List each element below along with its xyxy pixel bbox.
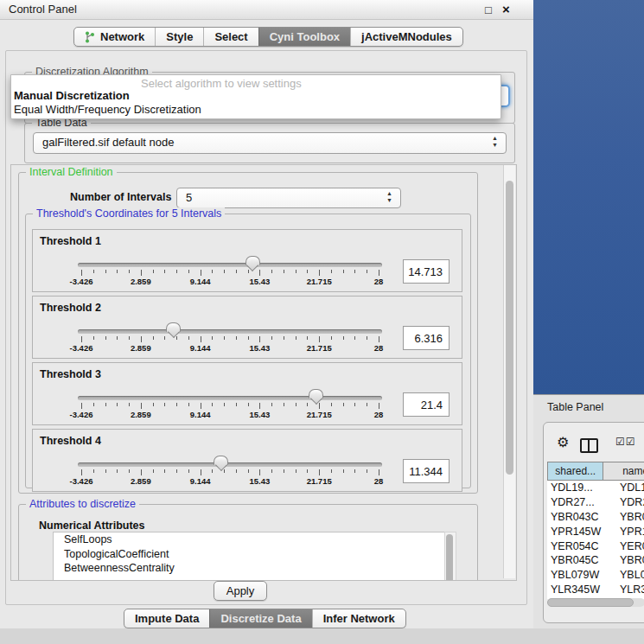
slider-tick bbox=[284, 336, 284, 340]
tab-label: jActiveMNodules bbox=[361, 30, 452, 43]
slider-tick bbox=[201, 469, 201, 475]
close-icon[interactable]: × bbox=[502, 2, 510, 16]
table-row[interactable]: YPR145WYPR1 bbox=[547, 524, 644, 539]
slider-tick bbox=[117, 403, 118, 406]
slider-scale-label: 15.43 bbox=[250, 277, 271, 286]
slider-tick bbox=[259, 270, 260, 276]
slider-tick bbox=[248, 336, 249, 340]
column-header-shared[interactable]: shared... bbox=[547, 462, 603, 481]
slider-tick bbox=[93, 336, 94, 340]
table-row[interactable]: YDL19...YDL1 bbox=[547, 481, 644, 495]
threshold-box-3: Threshold 3-3.4262.8599.14415.4321.71528… bbox=[32, 362, 462, 425]
slider-thumb[interactable] bbox=[245, 256, 260, 265]
threshold-value-field[interactable]: 14.713 bbox=[403, 259, 450, 284]
slider-tick bbox=[319, 270, 320, 276]
scrollbar-thumb[interactable] bbox=[446, 534, 453, 581]
threshold-value-field[interactable]: 21.4 bbox=[403, 392, 450, 417]
table-row[interactable]: YBR043CYBR0 bbox=[547, 510, 644, 525]
tab-style[interactable]: Style bbox=[155, 28, 203, 46]
cell-shared-name: YPR145W bbox=[547, 526, 614, 538]
tab-discretize-data[interactable]: Discretize Data bbox=[209, 609, 311, 628]
slider-scale-label: 28 bbox=[374, 277, 384, 286]
numerical-attributes-list[interactable]: SelfLoopsTopologicalCoefficientBetweenne… bbox=[53, 532, 445, 581]
cell-name: YBR0 bbox=[614, 511, 644, 523]
top-tab-bar: NetworkStyleSelectCyni ToolboxjActiveMNo… bbox=[73, 27, 463, 47]
tab-jactivemnodules[interactable]: jActiveMNodules bbox=[350, 28, 462, 46]
scrollbar-thumb[interactable] bbox=[547, 598, 634, 607]
slider-tick bbox=[81, 403, 82, 409]
slider-tick bbox=[164, 469, 165, 473]
tab-select[interactable]: Select bbox=[203, 28, 258, 46]
table-row[interactable]: YDR27...YDR2 bbox=[547, 495, 644, 510]
stepper-arrows-icon[interactable]: ▲▼ bbox=[386, 190, 393, 204]
slider-thumb[interactable] bbox=[214, 456, 228, 465]
table-data-combobox[interactable]: galFiltered.sif default node ▲▼ bbox=[33, 132, 507, 154]
columns-icon[interactable] bbox=[580, 438, 598, 453]
slider-tick bbox=[188, 469, 189, 473]
cell-shared-name: YBR043C bbox=[547, 511, 614, 523]
slider-tick bbox=[296, 270, 296, 273]
apply-button[interactable]: Apply bbox=[214, 581, 267, 601]
threshold-box-4: Threshold 4-3.4262.8599.14415.4321.71528… bbox=[32, 429, 462, 492]
slider-tick bbox=[331, 403, 332, 406]
attribute-item[interactable]: TopologicalCoefficient bbox=[54, 547, 444, 562]
float-icon[interactable]: □ bbox=[485, 3, 492, 16]
algorithm-dropdown-popup: Select algorithm to view settings Manual… bbox=[10, 74, 501, 119]
checkboxes-icon[interactable]: ☑☑ bbox=[615, 436, 636, 448]
slider-tick bbox=[105, 336, 106, 340]
popup-item-equal-width[interactable]: Equal Width/Frequency Discretization bbox=[14, 103, 201, 116]
slider-tick bbox=[296, 336, 296, 340]
slider-tick bbox=[164, 403, 165, 406]
slider-scale-label: 9.144 bbox=[190, 476, 211, 486]
slider-tick bbox=[93, 403, 94, 406]
slider-scale-label: 9.144 bbox=[190, 343, 211, 353]
number-of-intervals-combobox[interactable]: 5 ▲▼ bbox=[176, 188, 401, 208]
attribute-item[interactable]: BetweennessCentrality bbox=[54, 561, 444, 576]
tab-network[interactable]: Network bbox=[74, 28, 155, 46]
slider-tick bbox=[354, 403, 355, 406]
slider-tick bbox=[117, 270, 118, 273]
slider-scale-label: 21.715 bbox=[307, 476, 332, 486]
threshold-value-field[interactable]: 6.316 bbox=[403, 326, 450, 350]
slider-tick bbox=[343, 403, 344, 406]
table-panel-title: Table Panel bbox=[547, 401, 603, 413]
tab-label: Infer Network bbox=[323, 612, 395, 625]
slider-tick bbox=[201, 403, 201, 409]
tab-impute-data[interactable]: Impute Data bbox=[124, 609, 209, 628]
slider-scale-label: 2.859 bbox=[131, 343, 151, 353]
scrollbar-thumb[interactable] bbox=[506, 181, 513, 475]
slider-tick bbox=[176, 336, 177, 340]
column-header-name[interactable]: name bbox=[603, 462, 644, 481]
table-horizontal-scrollbar[interactable] bbox=[547, 598, 644, 607]
stepper-arrows-icon[interactable]: ▲▼ bbox=[491, 135, 499, 149]
slider-tick bbox=[343, 469, 344, 473]
slider-thumb[interactable] bbox=[166, 322, 181, 332]
slider-tick bbox=[201, 270, 201, 276]
slider-track[interactable] bbox=[78, 329, 382, 334]
bottom-tab-bar: Impute DataDiscretize DataInfer Network bbox=[124, 609, 406, 628]
table-row[interactable]: YLR345WYLR3 bbox=[547, 583, 644, 597]
table-row[interactable]: YBL079WYBL0 bbox=[547, 568, 644, 583]
slider-track[interactable] bbox=[78, 462, 382, 467]
slider-track[interactable] bbox=[78, 263, 382, 267]
slider-tick bbox=[284, 270, 284, 273]
tab-infer-network[interactable]: Infer Network bbox=[312, 609, 405, 628]
slider-thumb[interactable] bbox=[309, 389, 323, 399]
table-row[interactable]: YBR045CYBR0 bbox=[547, 553, 644, 568]
slider-tick bbox=[224, 270, 225, 273]
attribute-item[interactable]: SelfLoops bbox=[54, 532, 444, 547]
slider-track[interactable] bbox=[78, 396, 382, 400]
tab-label: Style bbox=[166, 30, 193, 43]
settings-vertical-scrollbar[interactable] bbox=[503, 165, 515, 578]
slider-tick bbox=[307, 270, 308, 273]
popup-item-manual[interactable]: Manual Discretization bbox=[14, 89, 130, 102]
group-title: Threshold's Coordinates for 5 Intervals bbox=[33, 207, 225, 220]
slider-tick bbox=[296, 403, 296, 406]
table-row[interactable]: YER054CYER0 bbox=[547, 539, 644, 553]
threshold-value-field[interactable]: 11.344 bbox=[403, 459, 450, 483]
slider-tick bbox=[212, 469, 213, 473]
gear-icon[interactable]: ⚙ bbox=[557, 434, 569, 450]
attribute-list-scrollbar[interactable] bbox=[444, 532, 456, 581]
slider-tick bbox=[296, 469, 296, 473]
tab-cyni-toolbox[interactable]: Cyni Toolbox bbox=[258, 28, 350, 46]
